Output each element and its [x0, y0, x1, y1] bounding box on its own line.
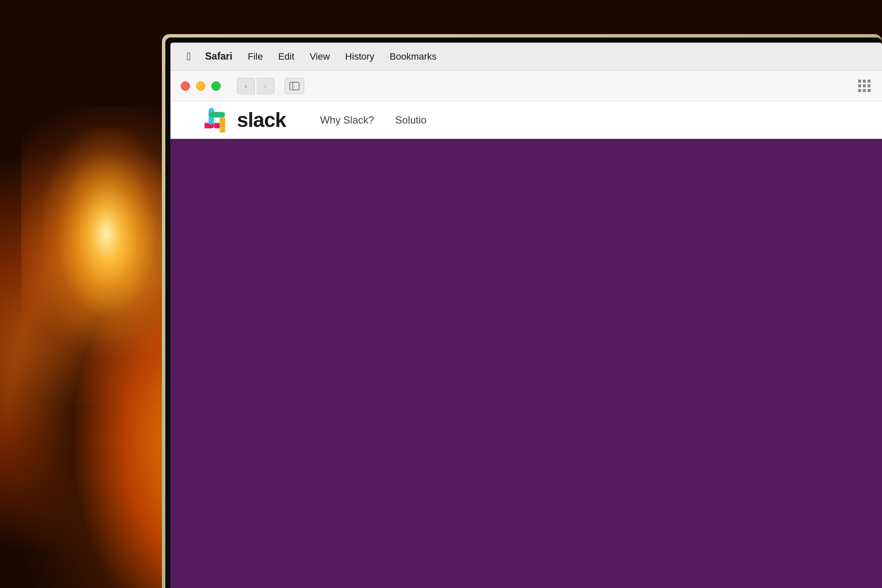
minimize-button[interactable]	[196, 81, 205, 91]
screen-content:  Safari File Edit View History Bookmark…	[170, 43, 882, 588]
svg-rect-8	[219, 117, 225, 123]
slack-hero-section	[170, 139, 882, 588]
slack-logo: slack	[205, 108, 286, 133]
sidebar-icon	[289, 82, 300, 90]
forward-icon: ›	[264, 81, 267, 91]
back-button[interactable]: ‹	[237, 78, 255, 94]
grid-dots-icon	[858, 80, 870, 92]
webpage-content: slack Why Slack? Solutio	[170, 101, 882, 588]
svg-rect-9	[214, 123, 220, 128]
maximize-button[interactable]	[211, 81, 221, 91]
tab-grid-button[interactable]	[856, 78, 872, 94]
laptop-frame:  Safari File Edit View History Bookmark…	[162, 34, 882, 588]
sidebar-toggle-button[interactable]	[285, 78, 304, 94]
screen-bezel:  Safari File Edit View History Bookmark…	[165, 37, 882, 588]
edit-menu[interactable]: Edit	[271, 43, 302, 70]
nav-why-slack[interactable]: Why Slack?	[320, 114, 374, 126]
slack-wordmark: slack	[237, 108, 286, 132]
menu-bar:  Safari File Edit View History Bookmark…	[170, 43, 882, 71]
history-menu[interactable]: History	[337, 43, 382, 70]
slack-navbar: slack Why Slack? Solutio	[170, 101, 882, 139]
nav-solutions[interactable]: Solutio	[395, 114, 427, 126]
svg-rect-6	[209, 118, 214, 124]
file-menu[interactable]: File	[240, 43, 270, 70]
browser-toolbar: ‹ ›	[170, 71, 882, 101]
traffic-lights	[181, 81, 221, 91]
back-icon: ‹	[245, 81, 248, 91]
slack-nav-items: Why Slack? Solutio	[320, 114, 427, 126]
close-button[interactable]	[181, 81, 190, 91]
bookmarks-menu[interactable]: Bookmarks	[382, 43, 444, 70]
lamp-filament	[43, 128, 170, 341]
apple-menu[interactable]: 	[183, 43, 198, 70]
nav-buttons: ‹ ›	[237, 78, 274, 94]
view-menu[interactable]: View	[302, 43, 337, 70]
svg-rect-7	[214, 112, 220, 117]
svg-rect-0	[290, 82, 299, 90]
slack-logo-icon	[205, 108, 229, 133]
forward-button[interactable]: ›	[257, 78, 274, 94]
safari-menu[interactable]: Safari	[198, 43, 240, 70]
